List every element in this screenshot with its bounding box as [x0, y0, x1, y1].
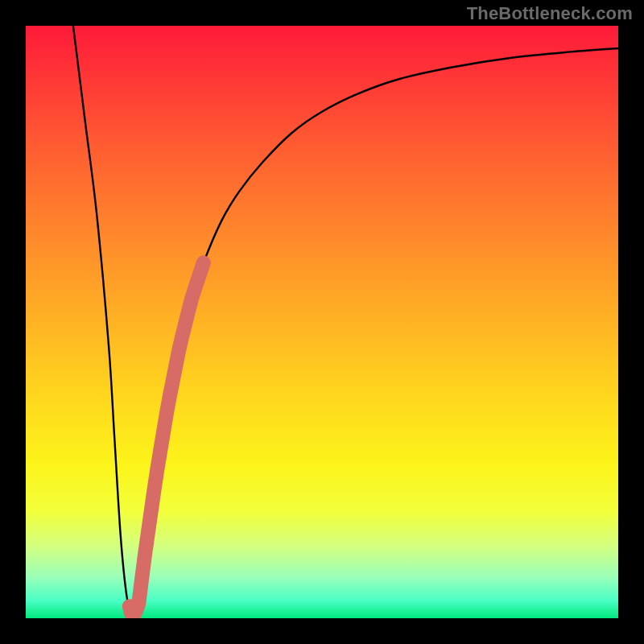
highlight-segment [130, 262, 204, 617]
bottleneck-line-chart [26, 26, 618, 618]
chart-frame: TheBottleneck.com [0, 0, 644, 644]
plot-area [26, 26, 618, 618]
watermark-text: TheBottleneck.com [467, 3, 633, 24]
